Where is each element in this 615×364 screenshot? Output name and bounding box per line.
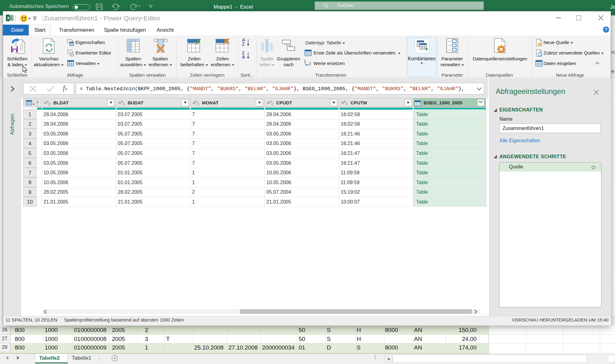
svg-text:X: X <box>7 16 10 20</box>
